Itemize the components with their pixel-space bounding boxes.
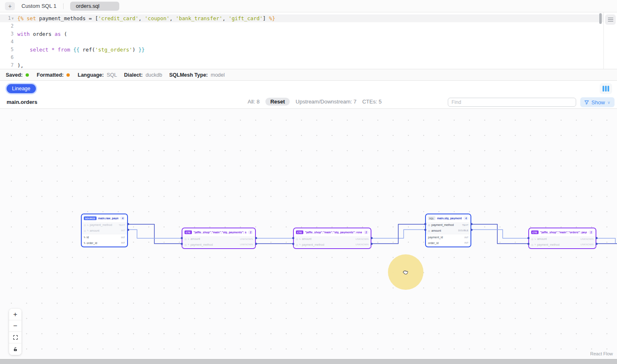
code-line-4[interactable]: 4 [0, 38, 603, 46]
column-port[interactable] [424, 229, 426, 231]
column-row[interactable]: ϟorder_idINT [82, 240, 127, 246]
column-port[interactable] [470, 223, 473, 225]
column-row[interactable]: ◎ϟamountUNKNOWN [529, 236, 596, 242]
column-row[interactable]: ◎amountDOUBLE [426, 228, 470, 234]
column-port[interactable] [527, 237, 530, 239]
lineage-edge [371, 224, 425, 244]
show-filter-button[interactable]: Show ∨ [580, 97, 615, 107]
lineage-node-stg-payments[interactable]: SQLmain.stg_payments4◎payment_methodTEXT… [425, 214, 471, 247]
column-port[interactable] [596, 237, 598, 239]
target-icon: ◎ [184, 243, 187, 246]
column-row[interactable]: ◎ϟpayment_methodUNKNOWN [294, 242, 371, 248]
bolt-icon: ϟ [299, 243, 300, 246]
bolt-icon: ϟ [188, 243, 189, 246]
bolt-icon: ϟ [84, 236, 85, 239]
sqlmesh-type-value: model [211, 72, 225, 78]
lineage-edge [596, 238, 615, 243]
lineage-canvas[interactable]: + − React Flow SOURCEmain.raw_payments4◎… [0, 108, 617, 359]
editor-menu-button[interactable] [605, 14, 616, 25]
column-port[interactable] [292, 237, 294, 239]
node-header[interactable]: CTE"jaffle_shop"."main"."stg_payments": … [294, 228, 371, 236]
column-port[interactable] [424, 223, 426, 225]
column-port[interactable] [255, 243, 257, 245]
tab-separator [63, 3, 64, 9]
node-header[interactable]: CTE"jaffle_shop"."main"."orders": paymen… [529, 228, 596, 236]
column-port[interactable] [127, 229, 129, 231]
column-port[interactable] [371, 243, 373, 245]
column-name: amount [190, 237, 200, 240]
column-port[interactable] [127, 223, 129, 225]
new-tab-button[interactable]: + [5, 2, 15, 10]
line-number: 2 [0, 22, 17, 30]
column-type: INT [464, 236, 468, 239]
column-row[interactable]: ◎ϟamountUNKNOWN [294, 236, 371, 242]
lineage-tab[interactable]: Lineage [7, 84, 36, 93]
bolt-icon: ϟ [188, 238, 189, 240]
column-port[interactable] [292, 243, 294, 245]
hamburger-icon [608, 18, 613, 19]
lineage-edge [129, 224, 182, 244]
lineage-node-cte-stg-payments-source[interactable]: CTE"jaffle_shop"."main"."stg_payments": … [182, 228, 256, 249]
lineage-node-cte-orders-payments[interactable]: CTE"jaffle_shop"."main"."orders": paymen… [528, 228, 596, 249]
node-header[interactable]: SQLmain.stg_payments4 [426, 214, 470, 222]
column-port[interactable] [181, 243, 183, 245]
column-name: payment_method [90, 223, 112, 226]
code-lines[interactable]: 1∨{% set payment_methods = ['credit_card… [0, 12, 603, 69]
column-port[interactable] [470, 229, 473, 231]
bolt-icon: ϟ [87, 229, 88, 232]
lineage-node-cte-stg-payments-renamed[interactable]: CTE"jaffle_shop"."main"."stg_payments": … [293, 228, 371, 249]
bolt-icon: ϟ [299, 238, 300, 240]
column-row[interactable]: ◎payment_methodTEXT [426, 222, 470, 228]
column-row[interactable]: ◎ϟpayment_methodUNKNOWN [182, 242, 255, 248]
tab-custom-sql-1[interactable]: Custom SQL 1 [21, 3, 57, 9]
node-title: main.stg_payments [437, 217, 462, 220]
column-type: TEXT [462, 224, 468, 226]
node-title: main.raw_payments [98, 217, 119, 220]
lineage-node-raw-payments[interactable]: SOURCEmain.raw_payments4◎ϟpayment_method… [81, 214, 128, 247]
code-line-1[interactable]: 1∨{% set payment_methods = ['credit_card… [0, 14, 603, 22]
node-header[interactable]: SOURCEmain.raw_payments4 [82, 214, 127, 222]
canvas-zoom-controls: + − [9, 309, 21, 355]
column-row[interactable]: ϟidINT [82, 235, 127, 240]
column-port[interactable] [371, 237, 373, 239]
column-port[interactable] [181, 237, 183, 239]
lineage-edge [471, 230, 528, 238]
column-row[interactable]: ◎ϟamountINT [82, 228, 127, 234]
unlock-icon [13, 347, 18, 352]
fit-view-button[interactable] [9, 332, 21, 343]
code-text: ), [17, 61, 24, 69]
column-row[interactable]: payment_idINT [426, 235, 470, 240]
fold-chevron-icon[interactable]: ∨ [12, 16, 14, 20]
node-column-count-badge: 2 [589, 230, 593, 234]
code-line-7[interactable]: 7), [0, 61, 603, 69]
column-port[interactable] [255, 237, 257, 239]
column-type: INT [121, 229, 125, 232]
node-header[interactable]: CTE"jaffle_shop"."main"."stg_payments": … [182, 228, 255, 236]
tab-orders-sql[interactable]: orders.sql [70, 2, 119, 11]
reset-button[interactable]: Reset [265, 98, 290, 106]
find-input[interactable] [448, 98, 576, 107]
zoom-in-button[interactable]: + [9, 309, 21, 320]
sql-code-editor[interactable]: 1∨{% set payment_methods = ['credit_card… [0, 12, 617, 69]
zoom-out-button[interactable]: − [9, 320, 21, 332]
fit-view-icon [13, 335, 18, 340]
show-label: Show [591, 99, 605, 106]
code-line-2[interactable]: 2 [0, 22, 603, 30]
column-row[interactable]: ◎ϟpayment_methodUNKNOWN [529, 242, 596, 248]
column-name: amount [302, 237, 311, 240]
editor-scrollbar-thumb[interactable] [599, 13, 602, 24]
sqlmesh-type-label: SQLMesh Type: [169, 72, 208, 78]
column-row[interactable]: ◎ϟamountUNKNOWN [182, 236, 255, 242]
code-text: with orders as ( [17, 30, 67, 38]
code-line-6[interactable]: 6 [0, 54, 603, 61]
column-name: order_id [428, 242, 439, 244]
column-row[interactable]: ◎ϟpayment_methodTEXT [82, 222, 127, 228]
code-line-5[interactable]: 5 select * from {{ ref('stg_orders') }} [0, 46, 603, 54]
column-name: amount [90, 229, 99, 232]
column-row[interactable]: order_idINT [426, 240, 470, 246]
code-line-3[interactable]: 3with orders as ( [0, 30, 603, 38]
column-port[interactable] [596, 243, 598, 245]
column-port[interactable] [527, 243, 530, 245]
lock-toggle-button[interactable] [9, 343, 21, 355]
columns-toggle-button[interactable] [600, 83, 612, 94]
